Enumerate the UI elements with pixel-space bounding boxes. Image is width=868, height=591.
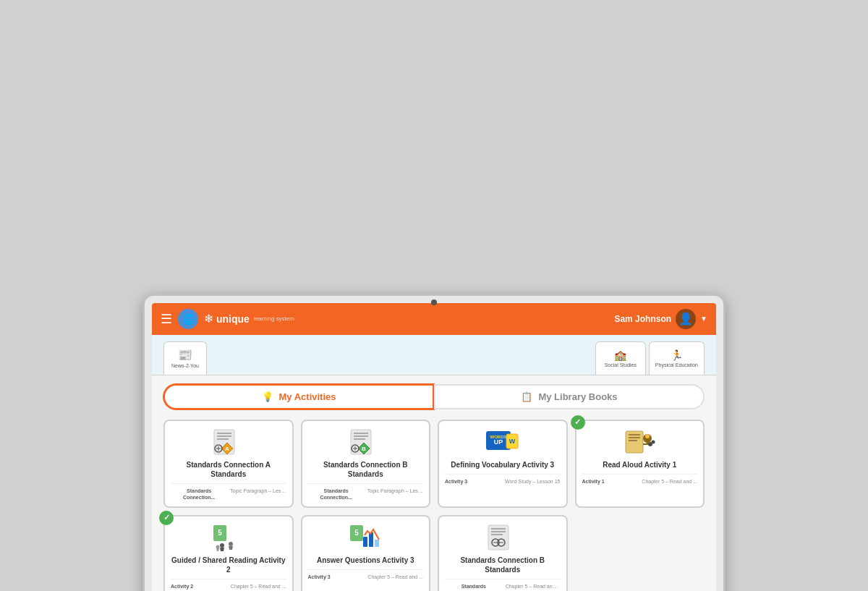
completed-badge-4: ✓ xyxy=(571,415,585,430)
card-2-sub-right: Topic Paragraph – Less... xyxy=(367,488,423,501)
standards-b-icon: B xyxy=(348,428,383,457)
user-name: Sam Johnson xyxy=(614,314,671,324)
app-header: ☰ 🌐 ❄ unique learning system Sam Johnson… xyxy=(152,303,716,335)
card-7-subtitle: Standards Connection... Chapter 5 – Read… xyxy=(445,579,561,591)
card-7-sub-left: Standards Connection... xyxy=(445,583,503,591)
card-6-title: Answer Questions Activity 3 xyxy=(317,556,414,565)
header-left: ☰ 🌐 ❄ unique learning system xyxy=(161,309,294,329)
news2you-icon: 📰 xyxy=(178,348,192,362)
completed-badge-5: ✓ xyxy=(159,511,174,525)
answer-questions-icon: 5 xyxy=(347,524,383,553)
card-3-subtitle: Activity 3 Word Study – Lesson 15 xyxy=(445,474,561,485)
svg-text:B: B xyxy=(362,446,366,452)
svg-rect-20 xyxy=(629,440,637,441)
activity-card-1[interactable]: A Standards Connection A Standards Stand… xyxy=(163,420,294,508)
svg-rect-34 xyxy=(375,540,379,547)
svg-text:A: A xyxy=(225,446,229,452)
activity-card-7[interactable]: Standards Connection B Standards Standar… xyxy=(438,515,568,591)
activity-card-2[interactable]: B Standards Connection B Standards Stand… xyxy=(301,420,431,508)
subject-tabs: 🏫 Social Studies 🏃 Physical Education xyxy=(595,341,705,375)
card-3-sub-left: Activity 3 xyxy=(445,478,467,485)
card-1-sub-left: Standards Connection... xyxy=(171,488,227,501)
svg-point-27 xyxy=(220,543,224,548)
card-1-subtitle: Standards Connection... Topic Paragraph … xyxy=(171,483,286,501)
card-4-title: Read Aloud Activity 1 xyxy=(603,460,676,469)
logo-container: ❄ unique learning system xyxy=(204,312,294,326)
activities-label: My Activities xyxy=(279,391,336,402)
tab-physical-ed[interactable]: 🏃 Physical Education xyxy=(649,341,705,375)
card-6-sub-right: Chapter 5 – Read and ... xyxy=(367,574,423,580)
section-toggle: 💡 My Activities 📋 My Library Books xyxy=(163,384,705,409)
card-7-title: Standards Connection B Standards xyxy=(445,556,561,574)
card-2-subtitle: Standards Connection... Topic Paragraph … xyxy=(308,483,424,501)
activity-card-6[interactable]: 5 Answer Questions Activity 3 Activity 3 xyxy=(301,515,431,591)
my-library-books-button[interactable]: 📋 My Library Books xyxy=(434,384,705,409)
svg-rect-32 xyxy=(363,537,367,547)
svg-point-22 xyxy=(645,434,650,438)
activity-card-5[interactable]: ✓ 5 xyxy=(163,515,294,591)
library-label: My Library Books xyxy=(538,391,617,402)
user-dropdown-arrow[interactable]: ▼ xyxy=(700,315,707,323)
svg-rect-1 xyxy=(217,433,231,434)
card-4-sub-left: Activity 1 xyxy=(582,478,605,485)
logo-snowflake-icon: ❄ xyxy=(204,312,213,326)
tab-social-studies[interactable]: 🏫 Social Studies xyxy=(595,341,646,375)
card-4-subtitle: Activity 1 Chapter 5 – Read and ... xyxy=(582,474,698,485)
svg-rect-3 xyxy=(217,438,229,440)
svg-text:5: 5 xyxy=(218,529,222,537)
user-avatar: 👤 xyxy=(676,309,696,329)
activities-icon: 💡 xyxy=(262,391,273,402)
social-studies-label: Social Studies xyxy=(605,362,637,367)
svg-rect-8 xyxy=(354,435,368,437)
card-6-sub-left: Activity 3 xyxy=(308,574,331,580)
svg-point-24 xyxy=(652,440,655,443)
card-3-title: Defining Vocabulary Activity 3 xyxy=(451,460,554,469)
globe-icon: 🌐 xyxy=(178,309,198,329)
tab-navigation: 📰 News-2-You 🏫 Social Studies 🏃 Physical… xyxy=(152,335,716,375)
svg-rect-19 xyxy=(629,437,640,438)
read-aloud-icon xyxy=(621,428,658,457)
card-2-title: Standards Connection B Standards xyxy=(308,460,424,479)
header-right: Sam Johnson 👤 ▼ xyxy=(614,309,707,329)
physical-ed-label: Physical Education xyxy=(655,362,698,367)
svg-point-29 xyxy=(216,545,219,548)
laptop-screen: ☰ 🌐 ❄ unique learning system Sam Johnson… xyxy=(152,303,716,592)
svg-rect-7 xyxy=(354,433,368,434)
svg-rect-18 xyxy=(629,434,640,435)
card-6-subtitle: Activity 3 Chapter 5 – Read and ... xyxy=(308,569,424,580)
svg-text:W: W xyxy=(509,438,516,445)
activity-card-3[interactable]: WORDS UP W Defining Vocabulary Activity … xyxy=(438,420,568,508)
activity-grid-row2: ✓ 5 xyxy=(163,515,705,591)
hamburger-icon[interactable]: ☰ xyxy=(161,311,172,327)
card-5-title: Guided / Shared Reading Activity 2 xyxy=(171,556,286,574)
card-2-sub-left: Standards Connection... xyxy=(308,488,365,501)
logo-text: unique xyxy=(216,313,250,325)
tab-news2you[interactable]: 📰 News-2-You xyxy=(163,341,207,375)
laptop-screen-bezel: ☰ 🌐 ❄ unique learning system Sam Johnson… xyxy=(145,296,723,592)
vocabulary-icon: WORDS UP W xyxy=(485,428,521,457)
card-4-sub-right: Chapter 5 – Read and ... xyxy=(642,478,697,485)
card-5-sub-left: Activity 2 xyxy=(171,583,193,590)
card-3-sub-right: Word Study – Lesson 15 xyxy=(505,478,561,485)
physical-ed-icon: 🏃 xyxy=(671,349,683,361)
svg-rect-38 xyxy=(491,534,503,535)
activity-card-4[interactable]: ✓ xyxy=(575,420,705,508)
svg-point-28 xyxy=(229,542,233,546)
svg-text:UP: UP xyxy=(493,438,503,446)
svg-rect-33 xyxy=(369,532,373,547)
svg-rect-9 xyxy=(354,438,365,440)
svg-rect-36 xyxy=(491,528,506,530)
guided-reading-icon: 5 xyxy=(210,524,247,553)
social-studies-icon: 🏫 xyxy=(614,349,626,361)
svg-text:5: 5 xyxy=(354,529,359,537)
card-7-sub-right: Chapter 5 – Read and ... xyxy=(506,583,561,591)
logo-sub-text: learning system xyxy=(254,315,294,322)
laptop-camera xyxy=(431,299,437,305)
svg-rect-2 xyxy=(217,435,231,437)
card-1-title: Standards Connection A Standards xyxy=(171,460,286,479)
my-activities-button[interactable]: 💡 My Activities xyxy=(163,384,434,409)
card-5-subtitle: Activity 2 Chapter 5 – Read and ... xyxy=(171,579,286,590)
news2you-label: News-2-You xyxy=(171,363,199,368)
activity-grid-row1: A Standards Connection A Standards Stand… xyxy=(163,420,705,508)
standards-b2-icon xyxy=(485,524,520,553)
